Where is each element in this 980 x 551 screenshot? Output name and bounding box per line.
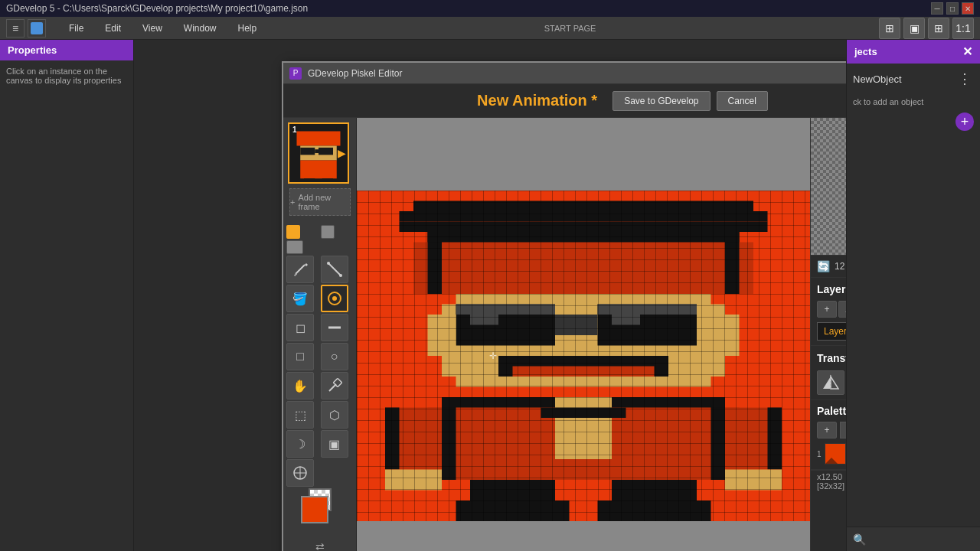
rect-tool-btn[interactable]: □ bbox=[286, 343, 314, 370]
menu-help[interactable]: Help bbox=[234, 20, 262, 37]
properties-panel: Properties Click on an instance on the c… bbox=[0, 40, 134, 551]
os-titlebar: GDevelop 5 - C:\Users\Sparck\GDevelop pr… bbox=[0, 0, 980, 17]
center-area: P GDevelop Piskel Editor ─ □ ✕ New Anima… bbox=[134, 40, 846, 551]
bucket-tool-btn[interactable]: 🪣 bbox=[286, 285, 314, 312]
add-layer-btn[interactable]: + bbox=[817, 301, 837, 318]
ellipse-tool-btn[interactable]: ○ bbox=[321, 343, 348, 370]
menu-window[interactable]: Window bbox=[179, 20, 221, 37]
app-logo: ≡ bbox=[6, 19, 24, 37]
line-tool-btn[interactable] bbox=[321, 256, 348, 283]
stroke-icon bbox=[327, 320, 342, 335]
svg-rect-50 bbox=[555, 397, 612, 459]
primary-color-swatch[interactable] bbox=[301, 496, 328, 523]
move-layer-up-btn[interactable]: ▲ bbox=[838, 301, 846, 318]
layer-1-item[interactable]: Layer 1 1α bbox=[817, 322, 846, 341]
toolbar-icon-4[interactable]: 1:1 bbox=[952, 18, 974, 39]
svg-rect-56 bbox=[385, 470, 442, 491]
palette-toolbar: + Current colors ✏ bbox=[817, 422, 846, 439]
menu-file[interactable]: File bbox=[64, 20, 88, 37]
status-bar: x12.50 [32x32] 14:4 bbox=[811, 470, 846, 492]
new-object-label: NewObject bbox=[853, 73, 902, 85]
palettes-section: Palettes + Current colors ✏ 1 bbox=[811, 400, 846, 470]
menu-edit[interactable]: Edit bbox=[100, 20, 126, 37]
objects-panel: jects ✕ NewObject ⋮ ck to add an object … bbox=[846, 40, 980, 551]
piskel-right-panel: ⚙ ⬚ 💾 🖼 📁 🔄 12 FPS bbox=[810, 118, 846, 551]
svg-rect-61 bbox=[598, 500, 711, 521]
fps-icon: 🔄 bbox=[817, 260, 830, 272]
svg-rect-38 bbox=[612, 315, 640, 325]
add-object-hint: ck to add an object bbox=[847, 94, 980, 109]
pan-tool-btn[interactable]: ✋ bbox=[286, 372, 314, 399]
frame-1[interactable]: 1 ▶ bbox=[288, 122, 349, 184]
piskel-editor-header: New Animation * Save to GDevelop Cancel bbox=[283, 84, 846, 118]
lasso-tool-btn[interactable] bbox=[321, 285, 348, 312]
app-icon bbox=[28, 19, 46, 37]
transform-header: Transform + bbox=[817, 350, 846, 366]
os-maximize-btn[interactable]: □ bbox=[946, 2, 959, 15]
dither-tool-btn[interactable]: ▣ bbox=[321, 430, 348, 458]
svg-marker-74 bbox=[823, 377, 831, 389]
sprite-canvas-svg[interactable] bbox=[357, 191, 810, 521]
animation-title: New Animation * bbox=[477, 92, 597, 109]
pencil-icon bbox=[292, 262, 308, 277]
svg-rect-47 bbox=[442, 397, 456, 480]
os-minimize-btn[interactable]: ─ bbox=[931, 2, 943, 15]
add-object-btn-container: + bbox=[847, 109, 980, 134]
size-1px-btn[interactable] bbox=[286, 225, 300, 239]
layers-toolbar: + ▲ ▼ ✏ ⊕ ✕ bbox=[817, 301, 846, 318]
lighten-tool-btn[interactable]: ☽ bbox=[286, 430, 314, 458]
toolbar-icon-3[interactable]: ⊞ bbox=[928, 18, 949, 39]
canvas-bottom-gray bbox=[357, 521, 810, 551]
toolbar-icon-2[interactable]: ▣ bbox=[903, 18, 925, 39]
svg-point-16 bbox=[332, 296, 337, 301]
layers-header: Layers 👁 bbox=[817, 282, 846, 296]
properties-content: Click on an instance on the canvas to di… bbox=[0, 60, 133, 551]
color-pick-tool-btn[interactable] bbox=[286, 459, 314, 487]
svg-rect-54 bbox=[385, 408, 400, 470]
palette-color-1-num: 1 bbox=[817, 450, 822, 458]
menu-view[interactable]: View bbox=[138, 20, 167, 37]
marquee-tool-btn[interactable]: ⬚ bbox=[286, 401, 314, 429]
svg-point-14 bbox=[339, 274, 342, 277]
svg-rect-7 bbox=[304, 178, 315, 182]
pencil-tool-btn[interactable] bbox=[286, 256, 314, 283]
size-2px-btn[interactable] bbox=[321, 225, 335, 239]
cancel-button[interactable]: Cancel bbox=[717, 91, 768, 111]
svg-rect-0 bbox=[300, 128, 337, 132]
piskel-dialog-title: GDevelop Piskel Editor bbox=[308, 68, 402, 79]
color-pick-icon bbox=[292, 465, 308, 481]
swap-colors-btn[interactable]: ⇄ bbox=[315, 540, 325, 551]
add-palette-btn[interactable]: + bbox=[817, 422, 837, 439]
add-frame-plus: + bbox=[290, 197, 295, 207]
os-close-btn[interactable]: ✕ bbox=[962, 2, 974, 15]
layers-section: Layers 👁 + ▲ ▼ ✏ ⊕ ✕ Layer 1 bbox=[811, 278, 846, 346]
fps-section: 🔄 12 FPS bbox=[811, 256, 846, 278]
palette-select[interactable]: Current colors bbox=[840, 422, 846, 439]
objects-close-btn[interactable]: ✕ bbox=[962, 44, 972, 59]
object-options-btn[interactable]: ⋮ bbox=[956, 70, 974, 88]
svg-rect-4 bbox=[318, 148, 333, 155]
layers-title: Layers bbox=[817, 283, 846, 295]
add-frame-button[interactable]: + Add new frame bbox=[289, 188, 351, 216]
save-to-gdevelop-button[interactable]: Save to GDevelop bbox=[612, 91, 710, 111]
toolbar-icon-1[interactable]: ⊞ bbox=[879, 18, 900, 39]
lasso-select-tool-btn[interactable]: ⬡ bbox=[321, 401, 348, 429]
flip-horizontal-btn[interactable] bbox=[817, 370, 844, 395]
canvas-container: ✛ bbox=[357, 118, 810, 551]
svg-rect-51 bbox=[541, 408, 626, 419]
stroke-tool-btn[interactable] bbox=[321, 314, 348, 341]
fps-label: 12 FPS bbox=[835, 261, 846, 272]
palette-swatch-1[interactable] bbox=[825, 443, 846, 465]
transform-title: Transform bbox=[817, 352, 846, 364]
add-object-btn[interactable]: + bbox=[956, 112, 974, 131]
size-3px-btn[interactable] bbox=[286, 240, 303, 254]
os-controls: ─ □ ✕ bbox=[931, 2, 974, 15]
properties-header: Properties bbox=[0, 40, 133, 60]
eraser-tool-btn[interactable]: ◻ bbox=[286, 314, 314, 341]
properties-title: Properties bbox=[8, 44, 57, 56]
drawing-canvas[interactable]: ✛ bbox=[357, 191, 810, 521]
svg-rect-6 bbox=[300, 161, 337, 179]
search-icon: 🔍 bbox=[853, 533, 866, 546]
eyedropper-tool-btn[interactable] bbox=[321, 372, 348, 399]
svg-rect-42 bbox=[513, 367, 655, 377]
